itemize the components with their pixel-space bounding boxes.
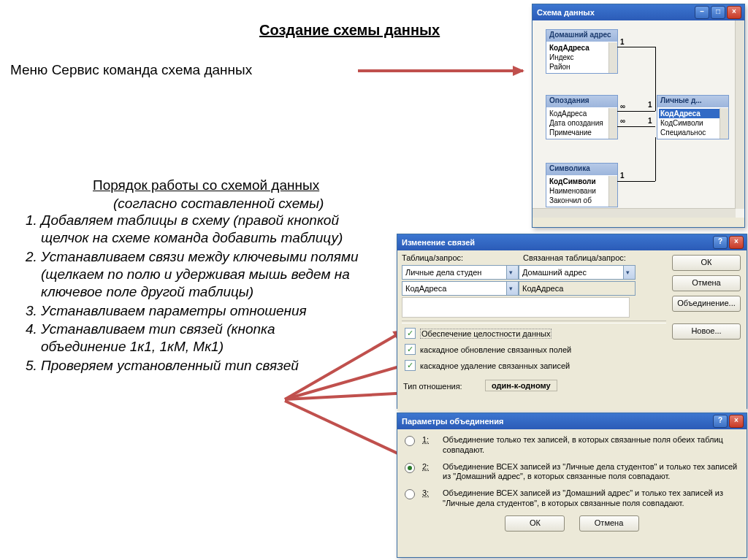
rel-mark-one: 1 bbox=[648, 101, 652, 109]
scrollbar[interactable] bbox=[608, 176, 617, 207]
step-item: Устанавливаем параметры отношения bbox=[41, 302, 364, 320]
close-button[interactable]: × bbox=[727, 6, 741, 19]
window-schema: Схема данных – □ × Домашний адрес КодАдр… bbox=[532, 4, 745, 228]
close-button[interactable]: × bbox=[729, 415, 744, 428]
radio-icon bbox=[405, 436, 415, 446]
schema-table-symbols[interactable]: Символика КодСимволи Наименовани Закончи… bbox=[546, 163, 618, 207]
checkbox-cascade-delete[interactable]: ✓ каскадное удаление связанных записей bbox=[405, 360, 570, 371]
opt-text: Объединение только тех записей, в которы… bbox=[443, 435, 739, 456]
window-title: Схема данных bbox=[537, 8, 595, 17]
step-item: Проверяем установленный тип связей bbox=[41, 357, 364, 375]
ok-button[interactable]: ОК bbox=[505, 515, 565, 532]
help-button[interactable]: ? bbox=[713, 236, 728, 249]
step-item: Устанавливаем тип связей (кнопка объедин… bbox=[41, 321, 364, 356]
checkbox-cascade-update[interactable]: ✓ каскадное обновление связанных полей bbox=[405, 344, 571, 355]
new-button[interactable]: Новое... bbox=[672, 323, 741, 340]
arrow-to-schema bbox=[358, 69, 523, 72]
checkbox-label: каскадное удаление связанных записей bbox=[420, 361, 570, 370]
relation-type-value: один-к-одному bbox=[485, 380, 557, 391]
cancel-button[interactable]: Отмена bbox=[579, 515, 639, 532]
combo-table[interactable]: Личные дела студен bbox=[402, 265, 519, 280]
radio-option-3[interactable]: 3: Объединение ВСЕХ записей из "Домашний… bbox=[405, 488, 739, 509]
radio-option-1[interactable]: 1: Объединение только тех записей, в кот… bbox=[405, 435, 739, 456]
chevron-down-icon bbox=[623, 266, 635, 279]
opt-text: Объединение ВСЕХ записей из "Домашний ад… bbox=[443, 488, 739, 509]
table-field[interactable]: Наименовани bbox=[548, 186, 616, 196]
checkbox-box: ✓ bbox=[405, 328, 416, 339]
opt-number: 1: bbox=[422, 435, 435, 456]
checkbox-box: ✓ bbox=[405, 360, 416, 371]
table-field[interactable]: Закончил об bbox=[548, 196, 616, 205]
cancel-button[interactable]: Отмена bbox=[672, 275, 741, 291]
chevron-down-icon bbox=[506, 266, 518, 279]
schema-canvas[interactable]: Домашний адрес КодАдреса Индекс Район Оп… bbox=[533, 20, 744, 218]
opt-number: 2: bbox=[422, 462, 435, 483]
table-field[interactable]: Примечание bbox=[548, 128, 616, 137]
table-field[interactable]: Специальнос bbox=[659, 128, 727, 137]
window-title: Изменение связей bbox=[402, 238, 475, 247]
rel-mark-one: 1 bbox=[620, 38, 625, 46]
table-field[interactable]: Индекс bbox=[548, 53, 616, 62]
window-title: Параметры объединения bbox=[402, 417, 503, 426]
scrollbar[interactable] bbox=[608, 42, 617, 73]
table-field[interactable]: Дата опоздания bbox=[548, 118, 616, 128]
horizontal-scrollbar[interactable] bbox=[533, 208, 736, 218]
minimize-button[interactable]: – bbox=[695, 6, 709, 19]
menu-path-text: Меню Сервис команда схема данных bbox=[10, 62, 252, 78]
table-field[interactable]: КодСимволи bbox=[659, 118, 727, 128]
radio-option-2[interactable]: 2: Объединение ВСЕХ записей из "Личные д… bbox=[405, 462, 739, 483]
table-field[interactable]: КодСимволи bbox=[548, 177, 616, 186]
checkbox-label: Обеспечение целостности данных bbox=[420, 329, 552, 339]
join-button[interactable]: Объединение... bbox=[672, 296, 741, 312]
label-table: Таблица/запрос: bbox=[402, 253, 463, 262]
table-header: Личные д... bbox=[657, 96, 728, 107]
titlebar-edit-rel[interactable]: Изменение связей ? × bbox=[397, 234, 747, 250]
schema-table-home-address[interactable]: Домашний адрес КодАдреса Индекс Район bbox=[546, 29, 618, 74]
table-header: Символика bbox=[546, 164, 617, 175]
combo-value: Домашний адрес bbox=[522, 266, 587, 278]
combo-field-left[interactable]: КодАдреса bbox=[402, 281, 519, 296]
opt-number: 3: bbox=[422, 488, 435, 509]
titlebar-join[interactable]: Параметры объединения ? × bbox=[397, 413, 747, 429]
table-field[interactable]: Район bbox=[548, 62, 616, 72]
table-field[interactable]: КодАдреса bbox=[548, 109, 616, 118]
field-right[interactable]: КодАдреса bbox=[519, 281, 636, 296]
separator bbox=[402, 321, 666, 323]
titlebar-schema[interactable]: Схема данных – □ × bbox=[533, 4, 744, 20]
checkbox-box: ✓ bbox=[405, 344, 416, 355]
schema-table-personal[interactable]: Личные д... КодАдреса КодСимволи Специал… bbox=[657, 95, 729, 139]
label-related-table: Связанная таблица/запрос: bbox=[523, 253, 626, 262]
schema-table-lateness[interactable]: Опоздания КодАдреса Дата опоздания Приме… bbox=[546, 95, 618, 139]
field-value: КодАдреса bbox=[522, 283, 563, 294]
rel-mark-inf: ∞ bbox=[620, 102, 625, 110]
page-title: Создание схемы данных bbox=[259, 22, 440, 39]
rel-mark-one: 1 bbox=[648, 117, 652, 125]
chevron-down-icon bbox=[506, 282, 518, 295]
rel-mark-inf: ∞ bbox=[620, 117, 625, 125]
help-button[interactable]: ? bbox=[713, 415, 728, 428]
ok-button[interactable]: ОК bbox=[672, 255, 741, 271]
procedure-heading: Порядок работы со схемой данных bbox=[93, 177, 319, 193]
scrollbar[interactable] bbox=[608, 108, 617, 139]
rel-mark-one: 1 bbox=[620, 172, 625, 180]
maximize-button[interactable]: □ bbox=[711, 6, 725, 19]
window-join-options: Параметры объединения ? × 1: Объединение… bbox=[397, 413, 747, 558]
procedure-steps: Добавляем таблицы в схему (правой кнопко… bbox=[20, 212, 364, 375]
table-header: Опоздания bbox=[546, 96, 617, 107]
fields-grid[interactable] bbox=[402, 297, 630, 318]
step-item: Устанавливаем связи между ключевыми поля… bbox=[41, 248, 364, 302]
close-button[interactable]: × bbox=[729, 236, 744, 249]
checkbox-integrity[interactable]: ✓ Обеспечение целостности данных bbox=[405, 328, 552, 339]
vertical-scrollbar[interactable] bbox=[735, 20, 744, 209]
combo-related-table[interactable]: Домашний адрес bbox=[519, 265, 636, 280]
table-field[interactable]: КодАдреса bbox=[548, 43, 616, 53]
opt-text: Объединение ВСЕХ записей из "Личные дела… bbox=[443, 462, 739, 483]
radio-icon bbox=[405, 463, 415, 473]
scrollbar[interactable] bbox=[720, 108, 728, 139]
combo-value: КодАдреса bbox=[405, 283, 446, 294]
radio-icon bbox=[405, 489, 415, 499]
table-field[interactable]: КодАдреса bbox=[659, 109, 727, 118]
procedure-note: (согласно составленной схемы) bbox=[113, 196, 324, 212]
table-header: Домашний адрес bbox=[546, 30, 617, 42]
checkbox-label: каскадное обновление связанных полей bbox=[420, 345, 571, 354]
